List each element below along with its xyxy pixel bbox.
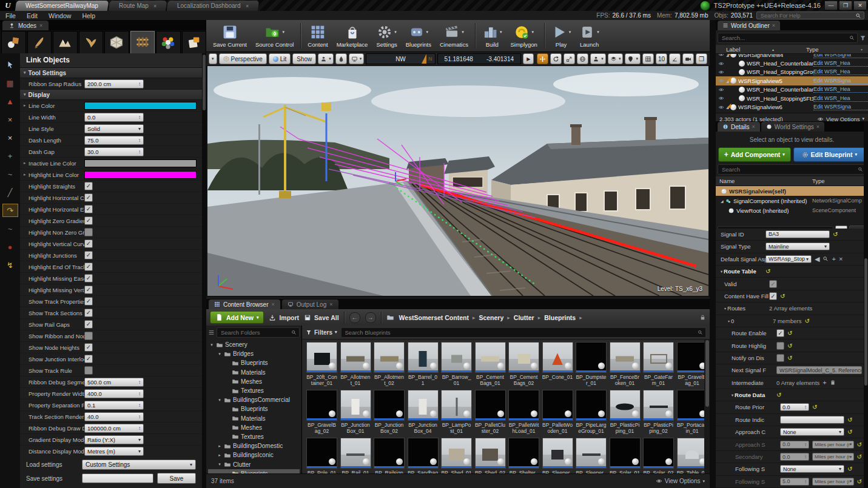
asset-tile[interactable]: BP_Barrel_01 <box>408 342 439 386</box>
reset-to-default-icon[interactable]: ↺ <box>787 355 792 361</box>
close-icon[interactable]: × <box>39 22 42 28</box>
spline-tool-button[interactable]: ~ <box>2 222 18 235</box>
edit-actor-link[interactable]: Edit WSR_Hea <box>813 95 868 102</box>
show-button[interactable]: Show <box>292 53 316 64</box>
toolbar-cinematics-button[interactable]: ▾Cinematics <box>436 23 473 49</box>
folder-item-buildingscommercial[interactable]: ▾BuildingsCommercial <box>208 395 300 404</box>
folder-item-blueprints[interactable]: Blueprints <box>208 358 300 367</box>
select-tool-button[interactable] <box>2 58 18 72</box>
asset-tile[interactable]: BP_FenceBroken_01 <box>610 342 641 386</box>
tab-geometry-mode[interactable] <box>104 31 129 54</box>
reset-to-default-icon[interactable]: ↺ <box>847 429 852 435</box>
folder-item-materials[interactable]: Materials <box>208 368 300 377</box>
color-swatch[interactable] <box>84 102 197 110</box>
outliner-row-wsr-head-stoppinggroun[interactable]: WSR_Head_StoppingGrounEdit WSR_Hea <box>716 68 868 76</box>
maximize-button[interactable]: ❐ <box>839 1 852 10</box>
checkbox[interactable]: ✓ <box>84 309 93 317</box>
spinner-icon[interactable]: ↕ <box>138 391 141 396</box>
tab-landscape-mode[interactable] <box>53 31 78 54</box>
asset-tile[interactable]: BP_Shed_02 <box>475 438 506 474</box>
dropdown-field[interactable]: Ratio (Y:X)▾ <box>84 435 144 444</box>
spinner-icon[interactable]: ↕ <box>138 426 141 431</box>
cross-tool-button[interactable]: × <box>2 113 18 126</box>
reset-to-default-icon[interactable]: ↺ <box>857 478 862 485</box>
import-button[interactable]: Import <box>269 314 299 321</box>
sources-toggle-icon[interactable] <box>208 329 215 336</box>
scale-tool-button[interactable] <box>564 53 575 64</box>
reset-to-default-icon[interactable]: ↺ <box>833 231 838 238</box>
tab-output-log[interactable]: Output Log× <box>282 299 338 309</box>
checkbox[interactable]: ✓ <box>769 280 777 288</box>
checkbox[interactable]: ✓ <box>84 205 93 213</box>
folder-item-clutter[interactable]: ▾Clutter <box>208 460 300 469</box>
close-icon[interactable]: × <box>246 3 249 9</box>
toolbar-marketplace-button[interactable]: Marketplace <box>332 23 372 49</box>
tab-placement-mode[interactable] <box>1 31 26 54</box>
asset-tile[interactable]: BP_GravelBag_02 <box>306 390 337 434</box>
link-tool-button[interactable]: ↷ <box>2 204 18 217</box>
asset-tile[interactable]: BP_20ft_Container_01 <box>306 342 337 386</box>
spinner-icon[interactable]: ↕ <box>138 138 141 143</box>
menu-file[interactable]: File <box>0 12 21 19</box>
checkbox[interactable]: ✓ <box>84 297 93 306</box>
maximize-viewport-button[interactable]: ❐ <box>696 53 707 64</box>
perspective-button[interactable]: Perspective <box>219 53 267 64</box>
asset-tile[interactable]: BP_Barrow_01 <box>441 342 472 386</box>
toolbar-source-control-button[interactable]: ▾Source Control <box>251 23 298 49</box>
folder-item-bridges[interactable]: ▾Bridges <box>208 349 300 358</box>
close-icon[interactable]: × <box>772 22 775 28</box>
toolbar-simplygon-button[interactable]: ▾Simplygon <box>506 23 541 49</box>
track-grid-tool-button[interactable]: ▦ <box>2 76 18 90</box>
checkbox[interactable]: ✓ <box>84 239 93 248</box>
titlebar-tab-westsomersetrailwaymap[interactable]: WestSomersetRailwayMap <box>15 1 109 11</box>
asset-tile[interactable]: BP_LampPost_01 <box>441 390 472 434</box>
edit-blueprint-button[interactable]: Edit Blueprint▾ <box>793 147 866 162</box>
expander-icon[interactable]: ▾ <box>732 393 733 397</box>
checkbox[interactable]: ✓ <box>84 343 93 352</box>
toolbar-launch-button[interactable]: ▾Launch <box>575 23 604 49</box>
menu-help[interactable]: Help <box>76 12 101 19</box>
number-field[interactable]: 75.0↕ <box>84 136 144 145</box>
search-folders-box[interactable] <box>217 327 300 338</box>
spinner-icon[interactable]: ↕ <box>138 149 141 155</box>
asset-tile[interactable]: BP_Rail_01 <box>340 438 371 474</box>
add-tool-button[interactable]: + <box>2 149 18 162</box>
curve-tool-button[interactable]: ~ <box>2 167 18 181</box>
display-header[interactable]: ▾ Display <box>20 90 202 100</box>
menu-edit[interactable]: Edit <box>21 12 43 19</box>
asset-tile[interactable]: BP_JunctionBox_02 <box>374 390 405 434</box>
visibility-eye-icon[interactable] <box>716 87 726 93</box>
titlebar-tab-localization-dashboard[interactable]: Localization Dashboard× <box>167 1 259 11</box>
asset-tile[interactable]: BP_Portacabin_01 <box>677 390 705 434</box>
checkbox[interactable] <box>84 228 93 236</box>
close-button[interactable]: ✕ <box>853 1 867 10</box>
load-settings-dropdown[interactable]: Custom Settings▾ <box>82 460 196 470</box>
marker-tool-button[interactable]: ▲ <box>2 95 18 108</box>
asset-tile[interactable]: BP_PlasticPiping_02 <box>643 390 674 434</box>
search-folders-input[interactable] <box>220 329 289 336</box>
toolbar-build-button[interactable]: ▾Build <box>478 23 506 49</box>
asset-tile[interactable]: BP_Sleeper_01 <box>542 438 573 474</box>
tab-track-mode[interactable] <box>130 31 155 54</box>
search-assets-input[interactable] <box>344 329 696 336</box>
checkbox[interactable]: ✓ <box>84 286 93 294</box>
edit-actor-link[interactable]: Edit WSRSigna <box>813 104 868 110</box>
back-button[interactable]: ← <box>349 312 360 323</box>
spinner-icon[interactable]: ↕ <box>138 403 141 408</box>
rotate-tool-button[interactable] <box>550 53 562 64</box>
reset-to-default-icon[interactable]: ↺ <box>857 441 862 448</box>
expander-icon[interactable]: ◢ <box>721 199 725 203</box>
checkbox[interactable]: ✓ <box>84 193 93 202</box>
viewport-options-button[interactable]: ▾ <box>209 53 217 64</box>
outliner-search-box[interactable] <box>718 33 858 43</box>
expander-icon[interactable]: ▾ <box>209 343 214 347</box>
asset-tile[interactable]: BP_GravelBag_01 <box>677 342 705 386</box>
color-swatch[interactable] <box>84 171 197 179</box>
outliner-row-wsrsignalview6[interactable]: ◢WSRSignalview6Edit WSRSigna <box>716 102 868 111</box>
reset-to-default-icon[interactable]: ↺ <box>847 416 852 423</box>
forward-button[interactable]: → <box>365 312 376 323</box>
spinner-icon[interactable]: ↕ <box>138 379 141 385</box>
outliner-row-wsr-head-stopping5ft12[interactable]: WSR_Head_Stopping5Ft12(Edit WSR_Hea <box>716 94 868 102</box>
checkbox[interactable] <box>776 342 784 350</box>
checkbox[interactable] <box>776 354 784 362</box>
